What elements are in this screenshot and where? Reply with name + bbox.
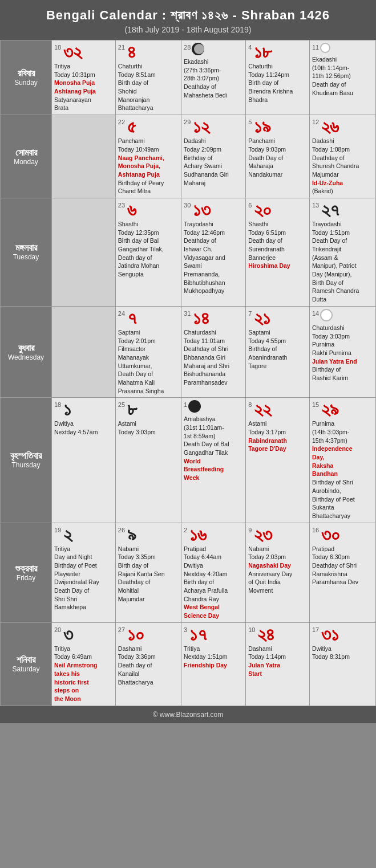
event-label: historic first: [54, 679, 89, 686]
date-numbers: 10২৪: [248, 625, 307, 643]
date-numbers: 14: [312, 309, 373, 323]
beng-date: ২৭: [321, 201, 339, 219]
cell-content: ChaturdashiToday 3:03pmPurnimaRakhi Purn…: [312, 324, 373, 382]
cell-text: Manoranjan: [118, 96, 149, 103]
cell-text: Deathday of: [184, 237, 216, 244]
cell-text: Today 1:51pm: [312, 229, 350, 236]
cell-text: Bhattacharya: [118, 679, 153, 686]
date-cell: 21৪ChaturthiToday 8:51amBirth day ofShoh…: [115, 40, 181, 115]
cell-text: Today 3:36pm: [118, 653, 156, 660]
cell-content: PanchamiToday 10:49amNaag Panchami,Monos…: [118, 137, 179, 195]
eng-date: 19: [54, 527, 61, 533]
cell-text: Majumdar: [118, 596, 145, 602]
cell-text: Astami: [248, 420, 266, 427]
cell-text: Day (Manipur),: [312, 271, 351, 278]
date-numbers: 21৪: [118, 43, 179, 61]
date-cell: 10২৪DashamiToday 1:14pmJulan YatraStart: [246, 622, 310, 706]
cell-text: Chaturthi: [248, 63, 273, 70]
cell-text: Kanailal: [118, 670, 139, 677]
date-numbers: 31১৪: [184, 309, 243, 327]
date-cell: 15২৯Purnima(14th 3:03pm-15th 4:37pm)Inde…: [309, 398, 375, 523]
cell-text: Nabami: [118, 545, 139, 552]
cell-content: DadashiToday 1:08pmDeathday ofShuresh Ch…: [312, 137, 373, 195]
cell-text: Birth day of: [118, 79, 148, 86]
cell-text: Today 12:35pm: [118, 229, 159, 236]
eng-date: 20: [54, 626, 61, 633]
cell-text: Today 11:01am: [184, 337, 225, 344]
cell-text: Today 3:03pm: [312, 333, 350, 340]
cell-content: DadashiToday 2:09pmBirthday ofAchary Swa…: [184, 137, 243, 187]
beng-date: ১৭: [189, 625, 207, 643]
date-numbers: 22৫: [118, 117, 179, 136]
cell-text: Shuresh Chandra: [312, 162, 359, 169]
cell-text: (Bakrid): [312, 188, 333, 194]
beng-date: ২৪: [257, 625, 275, 643]
date-cell: [52, 115, 116, 198]
cell-text: Paramhansa Dev: [312, 578, 358, 585]
cell-content: ChaturthiToday 8:51amBirth day ofShohidM…: [118, 62, 179, 112]
cell-text: Bhbananda Giri: [184, 354, 225, 361]
cell-content: TrayodashiToday 1:51pmDeath Day ofTriken…: [312, 220, 373, 304]
cell-text: Dwijendralal Ray: [54, 578, 99, 585]
cell-text: Ekadashi: [312, 56, 337, 63]
cell-text: Jatindra Mohan: [118, 262, 159, 269]
date-cell: 29১২DadashiToday 2:09pmBirthday ofAchary…: [181, 115, 246, 198]
beng-date: ১২: [193, 117, 209, 136]
cell-content: ChaturdashiToday 11:01amDeathday of Shri…: [184, 328, 243, 387]
date-numbers: 28: [184, 43, 243, 56]
cell-content: PanchamiToday 9:03pmDeath Day ofMaharaja…: [248, 137, 307, 178]
day-header-saturday: শনিবারSaturday: [1, 622, 52, 706]
cell-text: Birthday of: [248, 345, 277, 352]
cell-text: Bishudhananda: [184, 370, 225, 377]
cell-text: 11th 12:56pm): [312, 72, 351, 79]
purnima-icon: [320, 309, 333, 321]
eng-date: 31: [184, 310, 191, 317]
purnima-small-icon: [320, 43, 330, 53]
cell-text: Pratipad: [184, 545, 206, 552]
cell-text: Today 4:55pm: [248, 337, 286, 344]
eng-date: 29: [184, 119, 191, 125]
cell-text: Birthday of Peary: [118, 180, 164, 186]
cell-content: ShasthiToday 12:35pmBirth day of BalGang…: [118, 220, 179, 279]
cell-text: Birthday of Shri: [312, 479, 353, 486]
cell-content: SaptamiToday 2:01pmFilmsactorMahanayakUt…: [118, 328, 179, 396]
cell-text: Chand Mitra: [118, 188, 151, 194]
cell-text: Satyanarayan: [54, 96, 91, 103]
cell-text: Birth day of Bal: [118, 237, 159, 244]
eng-date: 21: [118, 44, 125, 51]
date-numbers: 4১৮: [248, 43, 307, 61]
cell-text: Anniversary Day: [248, 570, 292, 577]
cell-text: Death Day of Bal: [184, 441, 229, 447]
event-label: Independence: [312, 445, 353, 452]
cell-text: Maharaj: [184, 180, 205, 186]
cell-text: Astami: [118, 420, 136, 427]
cell-content: TritiyaNextday 1:51pmFriendship Day: [184, 645, 243, 670]
day-header-friday: শুক্রবারFriday: [1, 523, 52, 622]
event-label: Ashtanag Puja: [54, 88, 96, 95]
cell-text: Aurobindo,: [312, 487, 341, 494]
cell-text: Khudiram Basu: [312, 89, 353, 96]
event-label: Tagore D'Day: [248, 445, 286, 452]
beng-date: ১০: [127, 625, 144, 643]
cell-text: Death day of: [118, 254, 152, 261]
cell-text: Sukanta: [312, 504, 334, 511]
cell-content: ShasthiToday 6:51pmDeath day ofSurendran…: [248, 220, 307, 270]
eng-date: 10: [248, 626, 255, 633]
beng-date: ২৬: [321, 117, 338, 136]
cell-text: Mahatma Kali: [118, 379, 155, 386]
day-header-wednesday: বুধবারWednesday: [1, 306, 52, 398]
cell-content: DwitiyaToday 8:31pm: [312, 645, 373, 661]
cell-text: of Quit India: [248, 578, 281, 585]
cell-text: Panchami: [248, 137, 275, 144]
date-numbers: 18১: [54, 400, 113, 418]
cell-text: Dwitiya: [312, 645, 331, 652]
date-numbers: 20৩: [54, 625, 113, 643]
cell-text: Panchami: [118, 137, 145, 144]
cell-text: Today 8:51am: [118, 71, 156, 78]
cell-text: Premananda,: [184, 271, 220, 278]
cell-content: Purnima(14th 3:03pm-15th 4:37pm)Independ…: [312, 419, 373, 520]
eng-date: 16: [312, 527, 319, 533]
cell-content: PratipadToday 6:30pmDeathday of ShriRama…: [312, 545, 373, 586]
date-cell: 3১৭TritiyaNextday 1:51pmFriendship Day: [181, 622, 246, 706]
eng-date: 9: [248, 527, 252, 533]
